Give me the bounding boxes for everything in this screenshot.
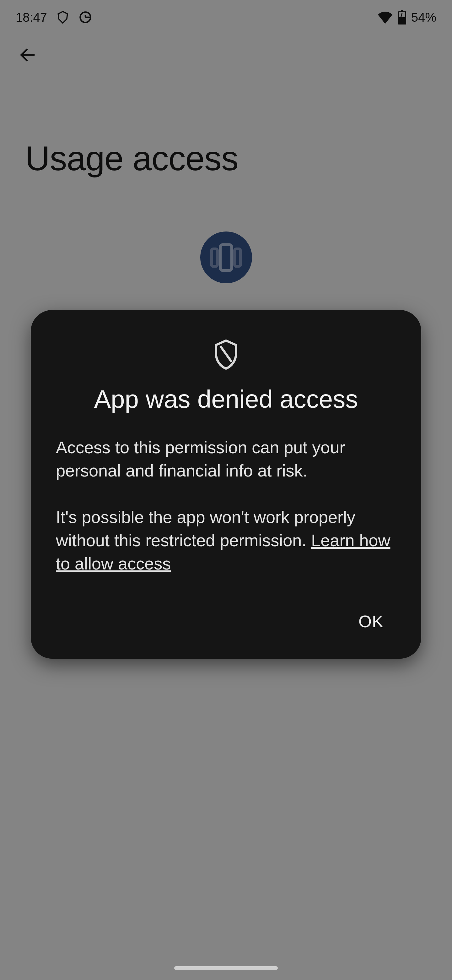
ok-button[interactable]: OK (346, 604, 396, 639)
denied-access-dialog: App was denied access Access to this per… (31, 310, 421, 659)
dialog-para-2: It's possible the app won't work properl… (56, 505, 396, 575)
svg-line-8 (220, 346, 232, 362)
dialog-para-2-text: It's possible the app won't work properl… (56, 508, 355, 550)
dialog-body: Access to this permission can put your p… (56, 436, 396, 575)
home-indicator[interactable] (174, 966, 278, 970)
dialog-title: App was denied access (56, 385, 396, 414)
shield-icon (56, 338, 396, 370)
dialog-para-1: Access to this permission can put your p… (56, 436, 396, 482)
dialog-actions: OK (56, 604, 396, 639)
